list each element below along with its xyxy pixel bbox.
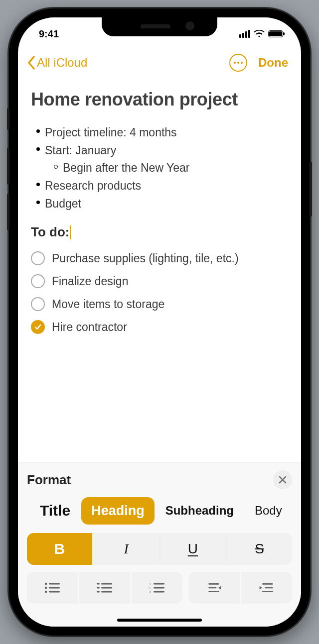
svg-rect-22 (265, 587, 273, 589)
power-button (310, 162, 312, 216)
svg-rect-20 (208, 591, 219, 592)
svg-text:3: 3 (149, 590, 151, 594)
svg-rect-13 (154, 583, 164, 585)
checklist-item[interactable]: Hire contractor (31, 316, 288, 338)
checklist[interactable]: Purchase supplies (lighting, tile, etc.)… (31, 247, 288, 338)
svg-rect-21 (262, 583, 273, 585)
mute-switch (7, 108, 9, 130)
bulleted-list-button[interactable] (27, 572, 78, 604)
list-item[interactable]: Start: January (31, 142, 288, 160)
checkbox-unchecked-icon[interactable] (31, 251, 45, 265)
close-format-button[interactable] (273, 470, 292, 489)
dashed-list-button[interactable] (79, 572, 130, 604)
checklist-item-label: Finalize design (52, 275, 128, 288)
checklist-item[interactable]: Purchase supplies (lighting, tile, etc.) (31, 247, 288, 270)
numbered-list-icon: 1 2 3 (148, 581, 166, 594)
svg-rect-11 (101, 591, 112, 593)
svg-rect-18 (208, 583, 219, 585)
screen: 9:41 All iCloud Done Home renovation pr (18, 17, 301, 627)
svg-point-4 (45, 591, 47, 593)
wifi-icon (254, 30, 265, 38)
text-format-row: B I U S (27, 533, 292, 565)
numbered-list-button[interactable]: 1 2 3 (132, 572, 182, 604)
notch (102, 17, 217, 36)
list-item-text: Project timeline: 4 months (45, 124, 177, 142)
phone-frame: 9:41 All iCloud Done Home renovation pr (9, 8, 310, 636)
list-item[interactable]: Research products (31, 177, 288, 195)
checklist-item[interactable]: Finalize design (31, 270, 288, 293)
outdent-button[interactable] (188, 572, 240, 604)
status-icons (239, 30, 283, 38)
svg-text:1: 1 (149, 582, 151, 586)
list-item-text: Start: January (45, 142, 116, 160)
checklist-item-label: Hire contractor (52, 321, 127, 334)
done-button[interactable]: Done (258, 56, 288, 70)
list-item-text: Budget (45, 195, 81, 213)
volume-up-button (7, 148, 9, 185)
svg-rect-6 (97, 583, 100, 585)
indent-button[interactable] (241, 572, 293, 604)
indent-icon (258, 581, 276, 594)
strikethrough-button[interactable]: S (227, 533, 292, 565)
nav-bar: All iCloud Done (18, 49, 301, 76)
home-indicator[interactable] (117, 619, 202, 622)
svg-rect-7 (101, 583, 112, 585)
style-title-button[interactable]: Title (30, 496, 80, 525)
back-label: All iCloud (37, 56, 87, 70)
checklist-item[interactable]: Move items to storage (31, 293, 288, 316)
svg-rect-15 (154, 587, 164, 589)
outdent-icon (205, 581, 223, 594)
nav-right: Done (229, 54, 288, 72)
text-cursor (70, 225, 71, 239)
checkbox-unchecked-icon[interactable] (31, 297, 45, 311)
svg-text:2: 2 (149, 586, 151, 590)
style-body-button[interactable]: Body (245, 498, 284, 524)
svg-rect-1 (49, 583, 60, 585)
chevron-left-icon (27, 56, 36, 70)
format-panel: Format Title Heading Subheading Body B I… (18, 462, 301, 627)
list-item-nested[interactable]: Begin after the New Year (49, 159, 288, 177)
bullet-list-icon (43, 581, 61, 594)
checkbox-checked-icon[interactable] (31, 320, 45, 334)
list-format-row: 1 2 3 (27, 572, 292, 604)
checkbox-unchecked-icon[interactable] (31, 274, 45, 288)
status-time: 9:41 (39, 28, 59, 40)
close-icon (278, 475, 287, 484)
format-panel-title: Format (27, 472, 71, 488)
list-item[interactable]: Budget (31, 195, 288, 213)
svg-rect-8 (97, 587, 100, 589)
svg-point-0 (45, 583, 47, 585)
style-subheading-button[interactable]: Subheading (156, 498, 244, 524)
list-item-text: Begin after the New Year (63, 159, 189, 177)
svg-rect-17 (154, 591, 164, 593)
dash-list-icon (96, 581, 114, 594)
italic-button[interactable]: I (94, 533, 159, 565)
svg-rect-9 (101, 587, 112, 589)
bullet-list[interactable]: Project timeline: 4 months Start: Januar… (31, 124, 288, 213)
svg-point-2 (45, 587, 47, 589)
paragraph-style-row[interactable]: Title Heading Subheading Body (27, 496, 292, 525)
bold-button[interactable]: B (27, 533, 92, 565)
checklist-item-label: Purchase supplies (lighting, tile, etc.) (52, 252, 239, 265)
style-heading-button[interactable]: Heading (81, 497, 155, 525)
checklist-item-label: Move items to storage (52, 298, 164, 311)
svg-rect-23 (262, 591, 273, 592)
underline-button[interactable]: U (160, 533, 226, 565)
note-title[interactable]: Home renovation project (31, 89, 288, 110)
ellipsis-icon (234, 62, 236, 64)
volume-down-button (7, 194, 9, 230)
svg-rect-3 (49, 587, 60, 589)
svg-rect-19 (208, 587, 216, 589)
back-button[interactable]: All iCloud (27, 56, 87, 70)
heading-text: To do: (31, 224, 69, 240)
more-button[interactable] (229, 54, 247, 72)
cellular-icon (239, 30, 250, 38)
list-item[interactable]: Project timeline: 4 months (31, 124, 288, 142)
svg-rect-10 (97, 591, 100, 593)
battery-icon (268, 30, 283, 37)
note-heading[interactable]: To do: (31, 224, 288, 240)
svg-rect-5 (49, 591, 60, 593)
list-item-text: Research products (45, 177, 141, 195)
